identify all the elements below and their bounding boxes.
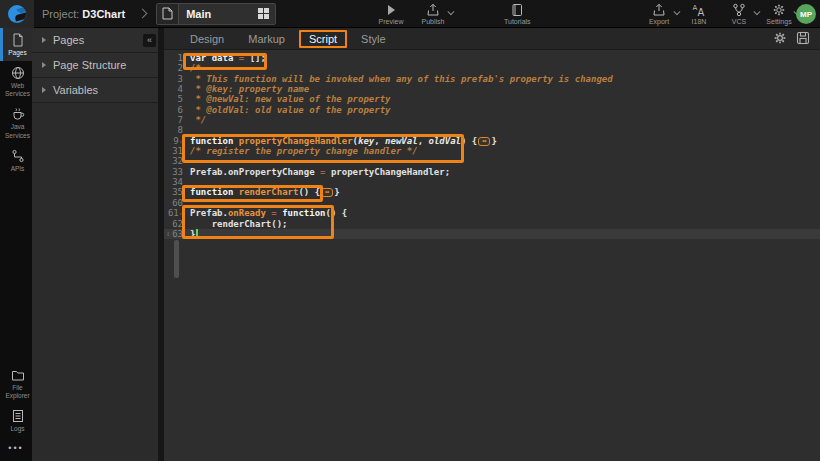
sidebar-item-apis[interactable]: APIs xyxy=(0,144,32,177)
chevron-down-icon xyxy=(673,8,680,15)
web-services-icon xyxy=(11,66,25,80)
page-switcher-grid-icon[interactable] xyxy=(257,7,270,20)
line-number: 9‹ xyxy=(164,136,186,146)
java-services-icon xyxy=(11,107,25,121)
chevron-right-icon xyxy=(138,9,148,19)
gear-icon xyxy=(772,4,786,17)
code-line: 2/* xyxy=(164,63,820,73)
code-line: 62 renderChart(); xyxy=(164,219,820,229)
code-line: 8 xyxy=(164,125,820,135)
wavemaker-logo-icon xyxy=(8,5,26,23)
text-cursor xyxy=(196,229,198,238)
logs-icon xyxy=(11,409,25,423)
line-number: ↕63 xyxy=(164,229,186,239)
folder-icon xyxy=(11,368,25,382)
tab-markup[interactable]: Markup xyxy=(238,31,295,47)
line-number: 5 xyxy=(164,94,186,104)
tab-style[interactable]: Style xyxy=(351,31,395,47)
code-line: 6 * @oldVal: old value of the property xyxy=(164,105,820,115)
chevron-down-icon xyxy=(753,8,760,15)
branch-icon xyxy=(732,4,746,17)
line-number: 8 xyxy=(164,125,186,135)
gutter-marker-icon: ↕ xyxy=(166,229,170,239)
panel-collapse-button[interactable]: « xyxy=(143,34,156,47)
code-line: 9‹function propertyChangeHandler(key, ne… xyxy=(164,136,820,146)
upload-icon xyxy=(426,4,440,17)
fold-marker-icon[interactable]: ‹ xyxy=(179,138,183,146)
sidebar-more-button[interactable]: ••• xyxy=(0,437,32,461)
code-editor-area[interactable]: 1var data = [];2/*3 * This function will… xyxy=(164,50,820,461)
code-line: 5 * @newVal: new value of the property xyxy=(164,94,820,104)
code-line: 61‹Prefab.onReady = function() { xyxy=(164,208,820,218)
page-tab-label: Main xyxy=(179,8,257,20)
code-fold-widget[interactable]: ↔ xyxy=(478,137,490,146)
panel-section-pages[interactable]: Pages xyxy=(32,28,158,53)
line-number: 4 xyxy=(164,84,186,94)
fold-marker-icon[interactable]: ‹ xyxy=(179,210,183,218)
sidebar-item-pages[interactable]: Pages xyxy=(0,28,32,61)
line-number: 34 xyxy=(164,177,186,187)
chevron-down-icon xyxy=(447,8,454,15)
code-line: ↕63} xyxy=(164,229,820,239)
sidebar-item-java-services[interactable]: Java Services xyxy=(0,102,32,143)
tutorials-button[interactable]: Tutorials xyxy=(504,4,531,25)
sidebar-item-web-services[interactable]: Web Services xyxy=(0,61,32,102)
code-line: 32 xyxy=(164,156,820,166)
page-file-icon xyxy=(157,4,179,24)
editor-settings-gear-icon[interactable] xyxy=(773,31,787,45)
page-tab-main[interactable]: Main xyxy=(156,3,276,25)
tab-script[interactable]: Script xyxy=(299,30,347,48)
preview-button[interactable]: Preview xyxy=(378,4,404,25)
sidebar-item-logs[interactable]: Logs xyxy=(0,404,32,437)
line-number: 35 xyxy=(164,187,186,197)
export-button[interactable]: Export xyxy=(646,4,672,25)
topbar-right-actions: ExportAAI18NVCSSettings xyxy=(646,0,792,28)
save-icon[interactable] xyxy=(796,31,810,45)
play-icon xyxy=(384,4,398,17)
project-name: D3Chart xyxy=(82,8,125,20)
panel-editor-divider xyxy=(158,28,164,461)
project-breadcrumb: Project: D3Chart xyxy=(42,8,125,20)
i18n-button[interactable]: AAI18N xyxy=(686,4,712,25)
code-line: 31/* register the property change handle… xyxy=(164,146,820,156)
panel-section-page-structure[interactable]: Page Structure xyxy=(32,53,158,78)
line-number: 33 xyxy=(164,167,186,177)
line-number: 6 xyxy=(164,105,186,115)
panel-section-variables[interactable]: Variables xyxy=(32,78,158,103)
line-number: 2 xyxy=(164,63,186,73)
code-line: 1var data = []; xyxy=(164,53,820,63)
code-line: 60 xyxy=(164,198,820,208)
line-number: 31 xyxy=(164,146,186,156)
line-number: 61‹ xyxy=(164,208,186,218)
settings-button[interactable]: Settings xyxy=(766,4,792,25)
caret-right-icon xyxy=(42,62,46,68)
code-line: 4 * @key: property name xyxy=(164,84,820,94)
translate-icon: AA xyxy=(692,4,706,17)
editor-scrollbar-thumb[interactable] xyxy=(174,240,179,278)
code-line: 35function renderChart() {↔} xyxy=(164,187,820,197)
pages-panel: PagesPage StructureVariables « xyxy=(32,28,158,461)
line-number: 62 xyxy=(164,219,186,229)
pages-icon xyxy=(11,33,25,47)
topbar-center-actions: PreviewPublishTutorials xyxy=(378,0,531,28)
app-logo[interactable] xyxy=(0,0,34,28)
vcs-button[interactable]: VCS xyxy=(726,4,752,25)
caret-right-icon xyxy=(42,37,46,43)
user-avatar[interactable]: MP xyxy=(796,4,816,24)
code-fold-widget[interactable]: ↔ xyxy=(321,188,333,197)
publish-button[interactable]: Publish xyxy=(420,4,446,25)
code-line: 33Prefab.onPropertyChange = propertyChan… xyxy=(164,167,820,177)
code-line: 7 */ xyxy=(164,115,820,125)
top-bar: Project: D3Chart Main PreviewPublishTuto… xyxy=(0,0,820,28)
editor-tab-bar: DesignMarkupScriptStyle xyxy=(164,28,820,50)
line-number: 32 xyxy=(164,156,186,166)
tab-design[interactable]: Design xyxy=(180,31,234,47)
code-line: 3 * This function will be invoked when a… xyxy=(164,74,820,84)
caret-right-icon xyxy=(42,87,46,93)
svg-text:A: A xyxy=(698,6,705,17)
sidebar-item-file-explorer[interactable]: File Explorer xyxy=(0,363,32,404)
line-number: 7 xyxy=(164,115,186,125)
code-line: 34 xyxy=(164,177,820,187)
line-number: 3 xyxy=(164,74,186,84)
wavemaker-ide-window: Project: D3Chart Main PreviewPublishTuto… xyxy=(0,0,820,461)
